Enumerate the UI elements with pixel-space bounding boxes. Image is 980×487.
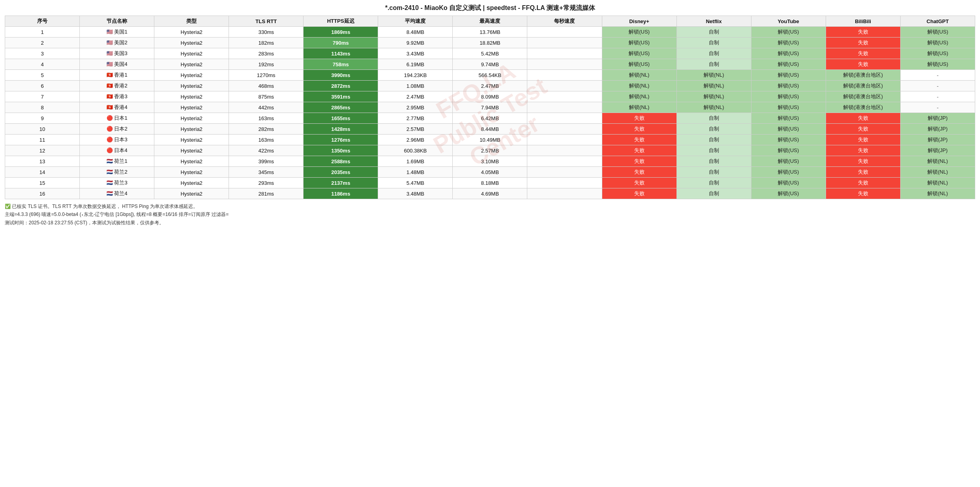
table-cell: 6 bbox=[5, 81, 80, 91]
table-cell: Hysteria2 bbox=[154, 178, 229, 188]
table-cell: 失败 bbox=[602, 167, 676, 178]
table-row: 10🔴 日本2Hysteria2282ms1428ms2.57MB8.44MB失… bbox=[5, 124, 975, 135]
table-cell: 🔴 日本4 bbox=[80, 145, 154, 156]
table-cell: 失败 bbox=[826, 178, 900, 188]
table-cell: 3990ms bbox=[304, 70, 378, 81]
table-cell: 293ms bbox=[229, 178, 304, 188]
table-cell: 失败 bbox=[602, 124, 676, 135]
table-cell: 解锁(US) bbox=[751, 188, 826, 199]
table-cell: 330ms bbox=[229, 27, 304, 38]
table-cell bbox=[527, 188, 602, 199]
table-cell: 解锁(港澳台地区) bbox=[826, 70, 900, 81]
column-header: HTTPS延迟 bbox=[304, 16, 378, 27]
table-row: 2🇺🇸 美国2Hysteria2182ms790ms9.92MB18.82MB解… bbox=[5, 38, 975, 48]
table-cell: 解锁(US) bbox=[751, 102, 826, 113]
table-cell: 566.54KB bbox=[453, 70, 527, 81]
table-cell: 182ms bbox=[229, 38, 304, 48]
table-cell: 2137ms bbox=[304, 178, 378, 188]
table-row: 9🔴 日本1Hysteria2163ms1655ms2.77MB6.42MB失败… bbox=[5, 113, 975, 124]
table-cell: 失败 bbox=[602, 113, 676, 124]
table-cell bbox=[527, 59, 602, 70]
table-cell: 自制 bbox=[676, 113, 751, 124]
table-cell: 8.18MB bbox=[453, 178, 527, 188]
table-cell: 2.57MB bbox=[453, 145, 527, 156]
table-cell: 192ms bbox=[229, 59, 304, 70]
table-cell: 283ms bbox=[229, 48, 304, 59]
table-cell: 2.96MB bbox=[378, 135, 453, 145]
results-table: 序号节点名称类型TLS RTTHTTPS延迟平均速度最高速度每秒速度Disney… bbox=[5, 16, 975, 199]
table-cell: 3.43MB bbox=[378, 48, 453, 59]
table-body: 1🇺🇸 美国1Hysteria2330ms1869ms8.48MB13.76MB… bbox=[5, 27, 975, 199]
table-cell: 解锁(NL) bbox=[676, 102, 751, 113]
table-cell: 1.08MB bbox=[378, 81, 453, 91]
table-cell: 解锁(港澳台地区) bbox=[826, 91, 900, 102]
table-cell: Hysteria2 bbox=[154, 91, 229, 102]
table-cell: 解锁(US) bbox=[751, 113, 826, 124]
table-cell: 6.19MB bbox=[378, 59, 453, 70]
table-cell: 1 bbox=[5, 27, 80, 38]
table-cell: 3591ms bbox=[304, 91, 378, 102]
table-cell: 8.44MB bbox=[453, 124, 527, 135]
page-title: *.com-2410 - MiaoKo 自定义测试 | speedtest - … bbox=[5, 4, 975, 12]
table-cell: 失败 bbox=[826, 59, 900, 70]
table-cell bbox=[527, 145, 602, 156]
table-cell: 422ms bbox=[229, 145, 304, 156]
table-cell bbox=[527, 38, 602, 48]
table-cell: Hysteria2 bbox=[154, 27, 229, 38]
table-cell: 600.38KB bbox=[378, 145, 453, 156]
table-cell: 1.69MB bbox=[378, 156, 453, 167]
table-cell: 解锁(NL) bbox=[900, 167, 975, 178]
table-cell: 解锁(NL) bbox=[602, 70, 676, 81]
table-cell: 🔴 日本2 bbox=[80, 124, 154, 135]
table-cell: 7 bbox=[5, 91, 80, 102]
table-cell: 解锁(US) bbox=[602, 27, 676, 38]
table-cell: 解锁(NL) bbox=[676, 70, 751, 81]
table-cell: 自制 bbox=[676, 27, 751, 38]
table-cell: Hysteria2 bbox=[154, 38, 229, 48]
table-cell: 2.47MB bbox=[453, 81, 527, 91]
table-cell: 15 bbox=[5, 178, 80, 188]
table-cell: 12 bbox=[5, 145, 80, 156]
table-cell: 5 bbox=[5, 70, 80, 81]
table-row: 7🇭🇰 香港3Hysteria2875ms3591ms2.47MB8.09MB解… bbox=[5, 91, 975, 102]
table-row: 13🇳🇱 荷兰1Hysteria2399ms2588ms1.69MB3.10MB… bbox=[5, 156, 975, 167]
table-cell: 失败 bbox=[826, 156, 900, 167]
column-header: Disney+ bbox=[602, 16, 676, 27]
table-cell: 解锁(US) bbox=[900, 48, 975, 59]
footer-line3: 测试时间：2025-02-18 23:27:55 (CST)，本测试为试验性结果… bbox=[5, 219, 975, 227]
table-cell: 🇭🇰 香港3 bbox=[80, 91, 154, 102]
table-cell: 11 bbox=[5, 135, 80, 145]
table-row: 14🇳🇱 荷兰2Hysteria2345ms2035ms1.48MB4.05MB… bbox=[5, 167, 975, 178]
table-cell: 790ms bbox=[304, 38, 378, 48]
table-cell: 9 bbox=[5, 113, 80, 124]
table-header: 序号节点名称类型TLS RTTHTTPS延迟平均速度最高速度每秒速度Disney… bbox=[5, 16, 975, 27]
table-cell bbox=[527, 27, 602, 38]
table-cell: 2035ms bbox=[304, 167, 378, 178]
table-cell: 10.49MB bbox=[453, 135, 527, 145]
table-cell: 解锁(NL) bbox=[900, 156, 975, 167]
table-cell: 3.48MB bbox=[378, 188, 453, 199]
table-cell: 1350ms bbox=[304, 145, 378, 156]
main-container: FFQ.LAPublic TestCenter *.com-2410 - Mia… bbox=[0, 0, 980, 232]
table-cell: 🔴 日本3 bbox=[80, 135, 154, 145]
table-cell: 解锁(US) bbox=[751, 91, 826, 102]
table-cell: 1.48MB bbox=[378, 167, 453, 178]
table-cell: 解锁(US) bbox=[751, 81, 826, 91]
table-cell: 解锁(US) bbox=[751, 135, 826, 145]
table-cell: 失败 bbox=[602, 188, 676, 199]
table-row: 8🇭🇰 香港4Hysteria2442ms2865ms2.95MB7.94MB解… bbox=[5, 102, 975, 113]
column-header: 序号 bbox=[5, 16, 80, 27]
table-cell: 解锁(NL) bbox=[602, 102, 676, 113]
table-cell bbox=[527, 178, 602, 188]
table-cell: 解锁(港澳台地区) bbox=[826, 102, 900, 113]
column-header: YouTube bbox=[751, 16, 826, 27]
table-cell: 🇭🇰 香港4 bbox=[80, 102, 154, 113]
table-cell: 失败 bbox=[826, 188, 900, 199]
table-cell: Hysteria2 bbox=[154, 167, 229, 178]
table-cell: 自制 bbox=[676, 156, 751, 167]
table-cell: - bbox=[900, 81, 975, 91]
table-cell: 🇳🇱 荷兰1 bbox=[80, 156, 154, 167]
table-cell: 🇭🇰 香港2 bbox=[80, 81, 154, 91]
table-cell: 3 bbox=[5, 48, 80, 59]
table-cell: 9.92MB bbox=[378, 38, 453, 48]
